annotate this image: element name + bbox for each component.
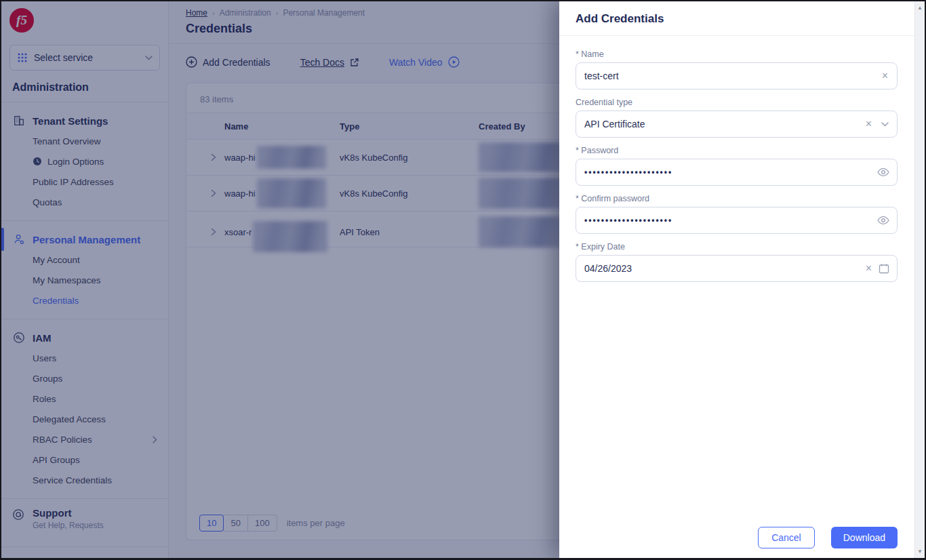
scroll-down-icon[interactable]: ▼ [915,548,925,555]
add-credentials-form: * Name × Credential type × * Password [559,36,925,282]
credential-type-field-label: Credential type [576,98,898,107]
name-field-label: * Name [576,49,898,59]
credential-type-select[interactable] [576,111,898,138]
modal-backdrop[interactable] [1,1,562,558]
app-window: f5 Select service Administration [0,0,926,560]
chevron-down-icon[interactable] [881,111,889,138]
clear-icon[interactable]: × [882,62,888,89]
scrollbar[interactable]: ▲ ▼ [914,1,925,558]
password-field-label: * Password [576,146,898,155]
cancel-button[interactable]: Cancel [758,527,815,548]
expiry-date-field[interactable] [576,255,898,282]
confirm-password-field-label: * Confirm password [576,194,898,203]
expiry-date-field-label: * Expiry Date [576,242,898,252]
confirm-password-field[interactable] [576,207,898,234]
scroll-up-icon[interactable]: ▲ [915,5,925,11]
password-field[interactable] [576,159,898,186]
clear-icon[interactable]: × [866,111,872,138]
name-field[interactable] [576,62,898,89]
add-credentials-drawer: Add Credentials * Name × Credential type… [559,1,925,558]
eye-icon[interactable] [877,159,889,186]
clear-icon[interactable]: × [866,255,872,282]
drawer-title: Add Credentials [559,1,925,36]
eye-icon[interactable] [877,207,889,234]
download-button[interactable]: Download [831,527,898,548]
calendar-icon[interactable] [879,255,889,282]
drawer-footer: Cancel Download [758,527,898,548]
